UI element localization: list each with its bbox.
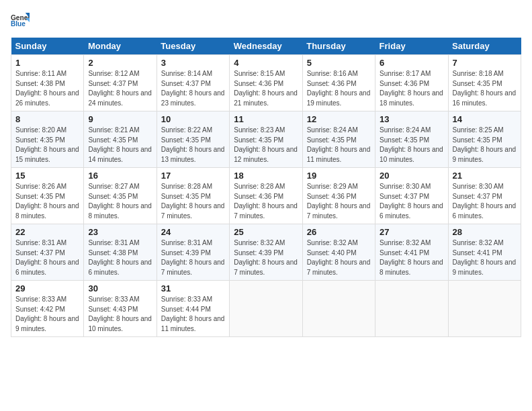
- logo: General Blue: [11, 11, 30, 30]
- day-number: 12: [307, 114, 371, 124]
- day-info: Sunrise: 8:15 AMSunset: 4:36 PMDaylight:…: [234, 69, 298, 108]
- col-friday: Friday: [375, 38, 448, 55]
- day-number: 6: [380, 58, 443, 68]
- day-info: Sunrise: 8:30 AMSunset: 4:37 PMDaylight:…: [380, 182, 443, 221]
- table-row: [302, 281, 375, 337]
- table-row: 31Sunrise: 8:33 AMSunset: 4:44 PMDayligh…: [157, 281, 229, 337]
- day-info: Sunrise: 8:21 AMSunset: 4:35 PMDaylight:…: [88, 126, 152, 165]
- col-monday: Monday: [84, 38, 157, 55]
- day-info: Sunrise: 8:32 AMSunset: 4:41 PMDaylight:…: [380, 238, 443, 277]
- day-number: 19: [307, 171, 371, 181]
- col-thursday: Thursday: [302, 38, 375, 55]
- day-number: 10: [161, 114, 225, 124]
- day-number: 8: [15, 114, 79, 124]
- day-number: 17: [161, 171, 225, 181]
- day-info: Sunrise: 8:17 AMSunset: 4:36 PMDaylight:…: [380, 69, 443, 108]
- table-row: 10Sunrise: 8:22 AMSunset: 4:35 PMDayligh…: [157, 111, 229, 168]
- table-row: 19Sunrise: 8:29 AMSunset: 4:36 PMDayligh…: [302, 168, 375, 224]
- table-row: 8Sunrise: 8:20 AMSunset: 4:35 PMDaylight…: [11, 111, 84, 168]
- table-row: 22Sunrise: 8:31 AMSunset: 4:37 PMDayligh…: [11, 224, 84, 281]
- day-number: 11: [234, 114, 298, 124]
- table-row: 13Sunrise: 8:24 AMSunset: 4:35 PMDayligh…: [375, 111, 448, 168]
- table-row: 3Sunrise: 8:14 AMSunset: 4:37 PMDaylight…: [157, 55, 229, 111]
- day-number: 16: [88, 171, 152, 181]
- day-number: 3: [161, 58, 225, 68]
- day-number: 15: [15, 171, 79, 181]
- table-row: [448, 281, 521, 337]
- table-row: 7Sunrise: 8:18 AMSunset: 4:35 PMDaylight…: [448, 55, 521, 111]
- day-info: Sunrise: 8:20 AMSunset: 4:35 PMDaylight:…: [15, 126, 79, 165]
- table-row: 17Sunrise: 8:28 AMSunset: 4:35 PMDayligh…: [157, 168, 229, 224]
- table-row: 23Sunrise: 8:31 AMSunset: 4:38 PMDayligh…: [84, 224, 157, 281]
- table-row: 15Sunrise: 8:26 AMSunset: 4:35 PMDayligh…: [11, 168, 84, 224]
- day-number: 22: [15, 227, 79, 237]
- day-info: Sunrise: 8:31 AMSunset: 4:39 PMDaylight:…: [161, 238, 225, 277]
- day-info: Sunrise: 8:27 AMSunset: 4:35 PMDaylight:…: [88, 182, 152, 221]
- table-row: [230, 281, 302, 337]
- table-row: 30Sunrise: 8:33 AMSunset: 4:43 PMDayligh…: [84, 281, 157, 337]
- table-row: 26Sunrise: 8:32 AMSunset: 4:40 PMDayligh…: [302, 224, 375, 281]
- logo-icon: General Blue: [11, 11, 30, 30]
- table-row: 11Sunrise: 8:23 AMSunset: 4:35 PMDayligh…: [230, 111, 302, 168]
- day-info: Sunrise: 8:26 AMSunset: 4:35 PMDaylight:…: [15, 182, 79, 221]
- table-row: 14Sunrise: 8:25 AMSunset: 4:35 PMDayligh…: [448, 111, 521, 168]
- col-wednesday: Wednesday: [230, 38, 302, 55]
- calendar-week-row: 29Sunrise: 8:33 AMSunset: 4:42 PMDayligh…: [11, 281, 521, 337]
- table-row: 25Sunrise: 8:32 AMSunset: 4:39 PMDayligh…: [230, 224, 302, 281]
- table-row: 27Sunrise: 8:32 AMSunset: 4:41 PMDayligh…: [375, 224, 448, 281]
- day-info: Sunrise: 8:32 AMSunset: 4:41 PMDaylight:…: [453, 238, 517, 277]
- day-info: Sunrise: 8:24 AMSunset: 4:35 PMDaylight:…: [307, 126, 371, 165]
- table-row: 5Sunrise: 8:16 AMSunset: 4:36 PMDaylight…: [302, 55, 375, 111]
- day-number: 20: [380, 171, 443, 181]
- day-number: 25: [234, 227, 298, 237]
- day-info: Sunrise: 8:33 AMSunset: 4:44 PMDaylight:…: [161, 295, 225, 334]
- day-number: 21: [453, 171, 517, 181]
- table-row: 1Sunrise: 8:11 AMSunset: 4:38 PMDaylight…: [11, 55, 84, 111]
- day-number: 28: [453, 227, 517, 237]
- day-number: 13: [380, 114, 443, 124]
- table-row: 24Sunrise: 8:31 AMSunset: 4:39 PMDayligh…: [157, 224, 229, 281]
- calendar-week-row: 1Sunrise: 8:11 AMSunset: 4:38 PMDaylight…: [11, 55, 521, 111]
- day-number: 23: [88, 227, 152, 237]
- day-number: 27: [380, 227, 443, 237]
- day-info: Sunrise: 8:31 AMSunset: 4:38 PMDaylight:…: [88, 238, 152, 277]
- day-info: Sunrise: 8:29 AMSunset: 4:36 PMDaylight:…: [307, 182, 371, 221]
- day-info: Sunrise: 8:12 AMSunset: 4:37 PMDaylight:…: [88, 69, 152, 108]
- day-info: Sunrise: 8:25 AMSunset: 4:35 PMDaylight:…: [453, 126, 517, 165]
- day-info: Sunrise: 8:28 AMSunset: 4:36 PMDaylight:…: [234, 182, 298, 221]
- table-row: 21Sunrise: 8:30 AMSunset: 4:37 PMDayligh…: [448, 168, 521, 224]
- day-info: Sunrise: 8:31 AMSunset: 4:37 PMDaylight:…: [15, 238, 79, 277]
- day-number: 14: [453, 114, 517, 124]
- table-row: 6Sunrise: 8:17 AMSunset: 4:36 PMDaylight…: [375, 55, 448, 111]
- day-info: Sunrise: 8:33 AMSunset: 4:42 PMDaylight:…: [15, 295, 79, 334]
- day-number: 24: [161, 227, 225, 237]
- day-info: Sunrise: 8:28 AMSunset: 4:35 PMDaylight:…: [161, 182, 225, 221]
- day-number: 7: [453, 58, 517, 68]
- day-info: Sunrise: 8:16 AMSunset: 4:36 PMDaylight:…: [307, 69, 371, 108]
- day-number: 31: [161, 283, 225, 293]
- table-row: 18Sunrise: 8:28 AMSunset: 4:36 PMDayligh…: [230, 168, 302, 224]
- day-number: 9: [88, 114, 152, 124]
- day-info: Sunrise: 8:11 AMSunset: 4:38 PMDaylight:…: [15, 69, 79, 108]
- table-row: 2Sunrise: 8:12 AMSunset: 4:37 PMDaylight…: [84, 55, 157, 111]
- day-number: 4: [234, 58, 298, 68]
- table-row: [375, 281, 448, 337]
- day-number: 26: [307, 227, 371, 237]
- day-number: 30: [88, 283, 152, 293]
- calendar-header-row: Sunday Monday Tuesday Wednesday Thursday…: [11, 38, 521, 55]
- header: General Blue: [11, 11, 521, 30]
- day-number: 29: [15, 283, 79, 293]
- day-info: Sunrise: 8:30 AMSunset: 4:37 PMDaylight:…: [453, 182, 517, 221]
- table-row: 16Sunrise: 8:27 AMSunset: 4:35 PMDayligh…: [84, 168, 157, 224]
- day-info: Sunrise: 8:24 AMSunset: 4:35 PMDaylight:…: [380, 126, 443, 165]
- svg-text:Blue: Blue: [11, 20, 26, 28]
- day-info: Sunrise: 8:33 AMSunset: 4:43 PMDaylight:…: [88, 295, 152, 334]
- table-row: 4Sunrise: 8:15 AMSunset: 4:36 PMDaylight…: [230, 55, 302, 111]
- day-number: 5: [307, 58, 371, 68]
- table-row: 20Sunrise: 8:30 AMSunset: 4:37 PMDayligh…: [375, 168, 448, 224]
- calendar-week-row: 22Sunrise: 8:31 AMSunset: 4:37 PMDayligh…: [11, 224, 521, 281]
- calendar-week-row: 8Sunrise: 8:20 AMSunset: 4:35 PMDaylight…: [11, 111, 521, 168]
- calendar-table: Sunday Monday Tuesday Wednesday Thursday…: [11, 38, 521, 337]
- main-container: General Blue Sunday Monday Tuesday Wedne…: [0, 0, 532, 342]
- table-row: 12Sunrise: 8:24 AMSunset: 4:35 PMDayligh…: [302, 111, 375, 168]
